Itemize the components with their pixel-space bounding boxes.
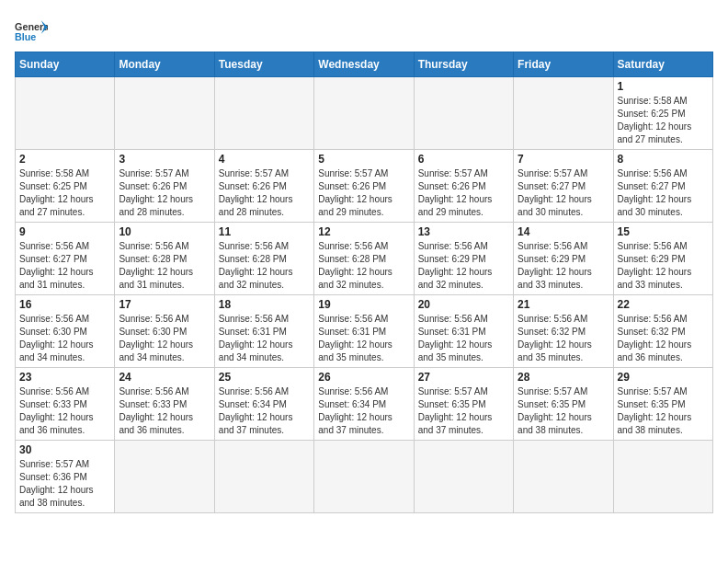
day-number: 4 [219,153,310,166]
day-info: Sunrise: 5:57 AM Sunset: 6:26 PM Dayligh… [219,167,310,219]
day-info: Sunrise: 5:56 AM Sunset: 6:33 PM Dayligh… [19,385,110,437]
calendar-cell: 14Sunrise: 5:56 AM Sunset: 6:29 PM Dayli… [514,223,613,295]
day-info: Sunrise: 5:56 AM Sunset: 6:30 PM Dayligh… [19,313,110,364]
calendar-cell: 18Sunrise: 5:56 AM Sunset: 6:31 PM Dayli… [214,295,313,368]
day-number: 2 [19,153,110,166]
calendar-cell [514,441,613,513]
calendar-cell: 23Sunrise: 5:56 AM Sunset: 6:33 PM Dayli… [16,368,115,441]
calendar-cell: 13Sunrise: 5:56 AM Sunset: 6:29 PM Dayli… [414,223,513,295]
day-header-saturday: Saturday [613,52,712,77]
day-info: Sunrise: 5:57 AM Sunset: 6:26 PM Dayligh… [418,167,509,219]
day-number: 25 [219,371,310,384]
day-info: Sunrise: 5:58 AM Sunset: 6:25 PM Dayligh… [618,95,709,146]
day-info: Sunrise: 5:57 AM Sunset: 6:27 PM Dayligh… [518,167,609,219]
day-header-wednesday: Wednesday [314,52,414,77]
week-row-3: 9Sunrise: 5:56 AM Sunset: 6:27 PM Daylig… [16,223,713,295]
day-number: 3 [119,153,210,166]
day-number: 23 [19,371,110,384]
day-number: 21 [518,298,609,311]
day-info: Sunrise: 5:56 AM Sunset: 6:32 PM Dayligh… [618,313,709,364]
day-info: Sunrise: 5:56 AM Sunset: 6:34 PM Dayligh… [318,385,409,437]
day-info: Sunrise: 5:56 AM Sunset: 6:30 PM Dayligh… [119,313,210,364]
calendar-cell: 28Sunrise: 5:57 AM Sunset: 6:35 PM Dayli… [514,368,613,441]
day-number: 30 [19,443,110,456]
day-info: Sunrise: 5:56 AM Sunset: 6:32 PM Dayligh… [518,313,609,364]
day-number: 13 [418,225,509,238]
day-number: 10 [119,225,210,238]
calendar-table: SundayMondayTuesdayWednesdayThursdayFrid… [15,52,713,513]
calendar-cell: 29Sunrise: 5:57 AM Sunset: 6:35 PM Dayli… [613,368,712,441]
calendar-cell: 11Sunrise: 5:56 AM Sunset: 6:28 PM Dayli… [214,223,313,295]
day-info: Sunrise: 5:57 AM Sunset: 6:35 PM Dayligh… [518,385,609,437]
calendar-cell: 22Sunrise: 5:56 AM Sunset: 6:32 PM Dayli… [613,295,712,368]
svg-text:Blue: Blue [15,31,36,42]
day-headers-row: SundayMondayTuesdayWednesdayThursdayFrid… [16,52,713,77]
calendar-cell: 20Sunrise: 5:56 AM Sunset: 6:31 PM Dayli… [414,295,513,368]
calendar-cell [613,441,712,513]
day-number: 11 [219,225,310,238]
day-header-sunday: Sunday [16,52,115,77]
day-info: Sunrise: 5:58 AM Sunset: 6:25 PM Dayligh… [19,167,110,219]
day-info: Sunrise: 5:56 AM Sunset: 6:28 PM Dayligh… [119,240,210,292]
calendar-cell: 2Sunrise: 5:58 AM Sunset: 6:25 PM Daylig… [16,150,115,223]
calendar-cell [214,441,313,513]
day-info: Sunrise: 5:57 AM Sunset: 6:35 PM Dayligh… [418,385,509,437]
page-header: General Blue [15,15,713,44]
calendar-cell: 6Sunrise: 5:57 AM Sunset: 6:26 PM Daylig… [414,150,513,223]
day-number: 29 [618,371,709,384]
day-info: Sunrise: 5:56 AM Sunset: 6:28 PM Dayligh… [219,240,310,292]
day-number: 19 [318,298,409,311]
day-info: Sunrise: 5:56 AM Sunset: 6:27 PM Dayligh… [19,240,110,292]
calendar-cell [214,77,313,150]
day-info: Sunrise: 5:57 AM Sunset: 6:35 PM Dayligh… [618,385,709,437]
calendar-cell: 1Sunrise: 5:58 AM Sunset: 6:25 PM Daylig… [613,77,712,150]
day-number: 15 [618,225,709,238]
day-header-monday: Monday [115,52,214,77]
calendar-cell: 9Sunrise: 5:56 AM Sunset: 6:27 PM Daylig… [16,223,115,295]
day-number: 1 [618,80,709,93]
day-number: 12 [318,225,409,238]
calendar-cell: 15Sunrise: 5:56 AM Sunset: 6:29 PM Dayli… [613,223,712,295]
day-number: 24 [119,371,210,384]
day-info: Sunrise: 5:56 AM Sunset: 6:29 PM Dayligh… [518,240,609,292]
day-info: Sunrise: 5:56 AM Sunset: 6:33 PM Dayligh… [119,385,210,437]
day-info: Sunrise: 5:56 AM Sunset: 6:29 PM Dayligh… [418,240,509,292]
calendar-cell: 30Sunrise: 5:57 AM Sunset: 6:36 PM Dayli… [16,441,115,513]
day-number: 16 [19,298,110,311]
calendar-cell: 10Sunrise: 5:56 AM Sunset: 6:28 PM Dayli… [115,223,214,295]
day-number: 14 [518,225,609,238]
calendar-cell [514,77,613,150]
calendar-cell [314,441,414,513]
title-area [48,15,713,17]
day-number: 27 [418,371,509,384]
day-number: 7 [518,153,609,166]
logo: General Blue [15,18,48,44]
day-info: Sunrise: 5:56 AM Sunset: 6:27 PM Dayligh… [618,167,709,219]
calendar-cell: 26Sunrise: 5:56 AM Sunset: 6:34 PM Dayli… [314,368,414,441]
day-info: Sunrise: 5:56 AM Sunset: 6:31 PM Dayligh… [418,313,509,364]
calendar-cell [414,441,513,513]
week-row-5: 23Sunrise: 5:56 AM Sunset: 6:33 PM Dayli… [16,368,713,441]
calendar-cell: 24Sunrise: 5:56 AM Sunset: 6:33 PM Dayli… [115,368,214,441]
day-header-tuesday: Tuesday [214,52,313,77]
calendar-cell [115,77,214,150]
day-info: Sunrise: 5:56 AM Sunset: 6:31 PM Dayligh… [318,313,409,364]
day-number: 20 [418,298,509,311]
day-header-friday: Friday [514,52,613,77]
calendar-cell: 21Sunrise: 5:56 AM Sunset: 6:32 PM Dayli… [514,295,613,368]
calendar-cell: 16Sunrise: 5:56 AM Sunset: 6:30 PM Dayli… [16,295,115,368]
day-number: 9 [19,225,110,238]
calendar-cell [414,77,513,150]
calendar-cell [115,441,214,513]
calendar-cell: 4Sunrise: 5:57 AM Sunset: 6:26 PM Daylig… [214,150,313,223]
week-row-6: 30Sunrise: 5:57 AM Sunset: 6:36 PM Dayli… [16,441,713,513]
day-header-thursday: Thursday [414,52,513,77]
day-number: 8 [618,153,709,166]
calendar-cell: 17Sunrise: 5:56 AM Sunset: 6:30 PM Dayli… [115,295,214,368]
week-row-4: 16Sunrise: 5:56 AM Sunset: 6:30 PM Dayli… [16,295,713,368]
calendar-cell: 19Sunrise: 5:56 AM Sunset: 6:31 PM Dayli… [314,295,414,368]
week-row-2: 2Sunrise: 5:58 AM Sunset: 6:25 PM Daylig… [16,150,713,223]
day-number: 22 [618,298,709,311]
week-row-1: 1Sunrise: 5:58 AM Sunset: 6:25 PM Daylig… [16,77,713,150]
day-number: 18 [219,298,310,311]
